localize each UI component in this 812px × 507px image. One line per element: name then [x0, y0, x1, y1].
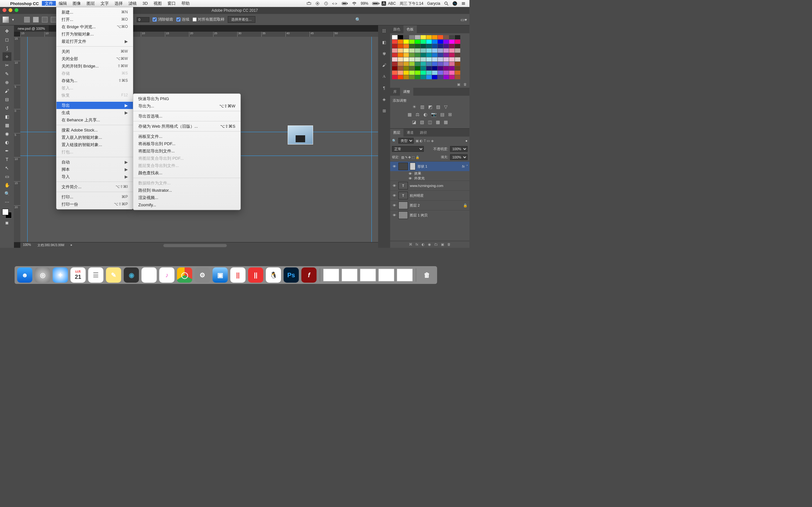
submenu-item[interactable]: 导出首选项... — [133, 112, 241, 120]
swatch[interactable] — [403, 57, 409, 61]
selection-add-icon[interactable] — [33, 17, 39, 22]
adj-icon[interactable]: ⚖ — [415, 112, 420, 117]
zoom-level[interactable]: 100% — [23, 243, 31, 247]
select-mask-button[interactable]: 选择并遮住... — [228, 16, 255, 23]
lasso-tool-icon[interactable]: ⟆ — [3, 44, 11, 52]
tab-color[interactable]: 颜色 — [390, 25, 403, 33]
swatch[interactable] — [403, 71, 409, 75]
swatch[interactable] — [415, 62, 420, 66]
menu-item[interactable]: 自动▶ — [56, 158, 133, 166]
menu-3D[interactable]: 3D — [140, 1, 151, 6]
selection-int-icon[interactable] — [51, 17, 56, 22]
brush-tool-icon[interactable]: 🖌 — [3, 87, 11, 95]
date-time[interactable]: 周三 下午1:14 — [398, 1, 425, 6]
swatch[interactable] — [455, 66, 460, 70]
delete-swatch-icon[interactable]: 🗑 — [463, 82, 467, 87]
swatch[interactable] — [403, 35, 409, 39]
wand-tool-icon[interactable]: ✧ — [3, 52, 11, 61]
swatch[interactable] — [438, 44, 443, 48]
swatch[interactable] — [420, 44, 426, 48]
dodge-tool-icon[interactable]: ◐ — [3, 138, 11, 147]
dock-itunes-icon[interactable]: ♪ — [159, 268, 174, 283]
swatch[interactable] — [420, 62, 426, 66]
submenu-item[interactable]: 快速导出为 PNG — [133, 95, 241, 102]
dock-calendar-icon[interactable]: 12月21 — [70, 268, 86, 283]
workspace-icon[interactable]: ▭▾ — [461, 17, 467, 22]
swatch[interactable] — [420, 66, 426, 70]
swatch[interactable] — [398, 40, 403, 44]
menu-item[interactable]: 打开为智能对象... — [56, 31, 133, 38]
swatch[interactable] — [432, 53, 438, 57]
opacity-select[interactable]: 100% — [450, 146, 467, 152]
submenu-item[interactable]: 渲染视频... — [133, 194, 241, 201]
adj-icon[interactable]: ⊞ — [448, 112, 452, 117]
dock-app-icon[interactable]: || — [248, 268, 263, 283]
status-icon[interactable] — [305, 2, 313, 5]
swatch[interactable] — [432, 57, 438, 61]
menu-item[interactable]: 新建...⌘N — [56, 9, 133, 16]
contiguous-checkbox[interactable] — [176, 17, 181, 21]
adj-icon[interactable]: ▧ — [420, 119, 424, 124]
swatch[interactable] — [415, 75, 420, 79]
swatch[interactable] — [449, 62, 455, 66]
swatch[interactable] — [438, 57, 443, 61]
submenu-item[interactable]: 路径到 Illustrator... — [133, 187, 241, 194]
adj-icon[interactable]: ▥ — [420, 104, 424, 109]
menu-文件[interactable]: 文件 — [42, 1, 56, 6]
adj-layer-icon[interactable]: ◉ — [428, 242, 431, 246]
swatch[interactable] — [449, 57, 455, 61]
swatch[interactable] — [438, 35, 443, 39]
swatch[interactable] — [398, 53, 403, 57]
filter-toggle[interactable]: ● — [465, 139, 467, 143]
group-icon[interactable]: 🗀 — [434, 242, 438, 246]
history-panel-icon[interactable]: ☷ — [380, 28, 388, 34]
swatch[interactable] — [415, 53, 420, 57]
swatch[interactable] — [432, 66, 438, 70]
adj-icon[interactable]: ▦ — [408, 112, 412, 117]
swatch[interactable] — [409, 75, 415, 79]
swatch[interactable] — [403, 40, 409, 44]
eyedrop-tool-icon[interactable]: ✎ — [3, 69, 11, 78]
swatch[interactable] — [409, 66, 415, 70]
menu-item[interactable]: 文件简介...⌥⇧⌘I — [56, 183, 133, 190]
swatch[interactable] — [438, 53, 443, 57]
swatch[interactable] — [415, 40, 420, 44]
swatch[interactable] — [432, 75, 438, 79]
dock-photos-icon[interactable]: ✿ — [142, 268, 157, 283]
fill-select[interactable]: 100% — [450, 154, 467, 160]
dock-trash-icon[interactable]: 🗑 — [419, 268, 435, 283]
menu-item[interactable]: 在 Bridge 中浏览...⌥⌘O — [56, 23, 133, 31]
swatch[interactable] — [432, 71, 438, 75]
swatch[interactable] — [415, 44, 420, 48]
swatch[interactable] — [392, 49, 397, 53]
dock-safari-icon[interactable]: ✦ — [53, 268, 68, 283]
swatch[interactable] — [420, 57, 426, 61]
adj-icon[interactable]: 📷 — [431, 112, 437, 117]
tab-layers[interactable]: 图层 — [390, 129, 403, 136]
swatch[interactable] — [455, 71, 460, 75]
swatch[interactable] — [426, 35, 432, 39]
swatch[interactable] — [392, 62, 397, 66]
layer-row[interactable]: 👁图层 2🔒 — [390, 200, 469, 210]
blur-tool-icon[interactable]: ◉ — [3, 129, 11, 138]
swatch[interactable] — [420, 53, 426, 57]
swatch[interactable] — [409, 40, 415, 44]
dock-window-thumb[interactable] — [378, 269, 394, 281]
adj-icon[interactable]: ▦ — [444, 119, 448, 124]
menu-帮助[interactable]: 帮助 — [179, 1, 193, 6]
swatch[interactable] — [455, 57, 460, 61]
menu-item[interactable]: 置入嵌入的智能对象... — [56, 134, 133, 141]
layer-effect[interactable]: 👁效果 — [390, 171, 469, 176]
zoom-tool-icon[interactable]: 🔍 — [3, 189, 11, 198]
swatch[interactable] — [444, 40, 449, 44]
swatch[interactable] — [455, 49, 460, 53]
adj-icon[interactable]: ▤ — [440, 112, 444, 117]
dock-window-thumb[interactable] — [360, 269, 376, 281]
layer-row[interactable]: 👁图层 1 拷贝 — [390, 210, 469, 220]
swatch[interactable] — [398, 66, 403, 70]
stamp-tool-icon[interactable]: ⊟ — [3, 95, 11, 104]
swatch[interactable] — [426, 44, 432, 48]
swatch[interactable] — [438, 71, 443, 75]
swatch[interactable] — [409, 35, 415, 39]
swatch[interactable] — [392, 66, 397, 70]
